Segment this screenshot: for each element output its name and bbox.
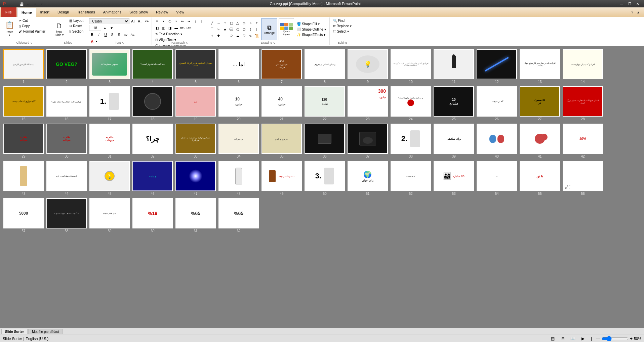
- shape-wave[interactable]: ∿: [247, 33, 253, 39]
- italic-button[interactable]: I: [96, 32, 102, 38]
- slide-thumb[interactable]: برای سلامتی39: [434, 124, 474, 158]
- slide-thumb[interactable]: 💡9: [348, 49, 388, 84]
- slide-thumb[interactable]: اما ...6: [218, 49, 259, 84]
- slide-thumb[interactable]: ظلم بهحیوانات31: [89, 124, 130, 158]
- align-left-button[interactable]: ◧: [154, 25, 160, 31]
- tab-slideshow[interactable]: Slide Show: [125, 7, 152, 17]
- bullets-button[interactable]: ≡: [154, 18, 160, 24]
- slide-thumb[interactable]: 💡45: [89, 161, 130, 196]
- shape-fill-button[interactable]: 🪣 Shape Fill ▾: [295, 22, 327, 27]
- slide-thumb[interactable]: خون19: [175, 86, 216, 121]
- tab-animations[interactable]: Animations: [99, 7, 125, 17]
- slide-thumb[interactable]: = 1→ 1456: [563, 161, 603, 196]
- cut-button[interactable]: ✂ Cut: [17, 18, 47, 23]
- format-painter-button[interactable]: 🖌 Format Painter: [17, 29, 47, 34]
- slide-thumb[interactable]: ظلم بهحیوانات29: [3, 124, 44, 158]
- slide-thumb[interactable]: و نهایت46: [132, 161, 173, 196]
- shape-cloud[interactable]: ☁: [235, 33, 241, 39]
- shape-plus[interactable]: +: [209, 33, 215, 39]
- close-button[interactable]: ✕: [634, 1, 641, 6]
- slide-thumb[interactable]: 47: [175, 161, 216, 196]
- slide-thumb[interactable]: 12: [477, 49, 517, 84]
- justify-button[interactable]: ▬: [173, 25, 179, 31]
- arrange-button[interactable]: ⧉ Arrange: [261, 18, 277, 40]
- slide-thumb[interactable]: در حبوبات34: [218, 124, 259, 158]
- shape-bracket[interactable]: [: [254, 26, 260, 32]
- tab-view[interactable]: View: [172, 7, 188, 17]
- slide-thumb[interactable]: 43: [3, 161, 44, 196]
- shape-rect[interactable]: □: [222, 20, 228, 26]
- numbering-dropdown[interactable]: ▾: [173, 18, 179, 24]
- ribbon-help-button[interactable]: ?: [629, 9, 635, 15]
- slide-thumb[interactable]: تهه گرشت مصرفی مورد تک خانواده58: [46, 198, 87, 233]
- restore-button[interactable]: ❐: [626, 1, 633, 6]
- slide-thumb[interactable]: 300میلیون23: [348, 86, 388, 121]
- tab-insert[interactable]: Insert: [36, 7, 54, 17]
- increase-font-button2[interactable]: ▲: [102, 25, 108, 31]
- slide-thumb[interactable]: کشتار حیوانات یک تجارت بسیار بزرگ است.28: [563, 86, 603, 121]
- slide-thumb[interactable]: آیا می دانید...52: [391, 161, 431, 196]
- slide-thumb[interactable]: چه کسی گیاهخوار است؟4: [132, 49, 173, 84]
- slide-thumb[interactable]: افرادی که بسیار جوان هستند14: [563, 49, 603, 84]
- tab-modele[interactable]: Modèle par défaut: [28, 329, 63, 334]
- slide-thumb[interactable]: چرا شما این انتخاب را انجام دهید؟16: [46, 86, 87, 121]
- layout-button[interactable]: ▤ Layout: [68, 18, 85, 23]
- slide-thumb[interactable]: 37: [348, 124, 388, 158]
- numbering-button[interactable]: ①: [167, 18, 173, 24]
- slide-thumb[interactable]: بسم الله الرحمن الرحیم1: [3, 49, 44, 84]
- slide-thumb[interactable]: 🌍برای جهان51: [348, 161, 388, 196]
- quick-styles-button[interactable]: Quick Styles: [279, 18, 294, 40]
- slide-thumb[interactable]: چرا؟32: [132, 124, 173, 158]
- slide-thumb[interactable]: 36: [305, 124, 345, 158]
- slide-thumb[interactable]: 11: [434, 49, 474, 84]
- slide-thumb[interactable]: 6 تن55: [520, 161, 560, 196]
- slide-thumb[interactable]: 10میلیون20: [218, 86, 259, 121]
- shadow-button[interactable]: S: [116, 32, 122, 38]
- rtl-button[interactable]: RTL: [179, 25, 186, 31]
- increase-font-button[interactable]: A↑: [130, 18, 136, 24]
- bold-button[interactable]: B: [89, 32, 95, 38]
- zoom-in-button[interactable]: +: [630, 336, 633, 341]
- line-spacing-button[interactable]: ↕: [192, 18, 198, 24]
- slide-thumb[interactable]: 48: [218, 161, 259, 196]
- paste-button[interactable]: 📋 Paste ▾: [2, 18, 17, 39]
- slide-thumb[interactable]: 40میلیون21: [261, 86, 302, 121]
- slide-thumb[interactable]: 41: [520, 124, 560, 158]
- ribbon-minimize-button[interactable]: ▲: [635, 9, 641, 15]
- columns-button[interactable]: ⋮: [199, 18, 205, 24]
- slide-thumb[interactable]: بیش از 5 میلیون نفر در آمریکا گیاهخوار ه…: [175, 49, 216, 84]
- shape-diamond[interactable]: ◇: [241, 20, 247, 26]
- normal-view-button[interactable]: ▤: [549, 336, 557, 341]
- decrease-font-button[interactable]: A↓: [137, 18, 143, 24]
- font-size-input[interactable]: [89, 25, 101, 31]
- align-right-button[interactable]: ◨: [167, 25, 173, 31]
- redo-button[interactable]: ↪: [32, 1, 38, 7]
- slide-thumb[interactable]: 120میلیون22: [305, 86, 345, 121]
- zoom-out-button[interactable]: —: [596, 336, 600, 341]
- clear-format-button[interactable]: ✕A: [144, 18, 150, 24]
- shape-brace[interactable]: {: [247, 26, 253, 32]
- zoom-slider[interactable]: [602, 337, 629, 340]
- slide-thumb[interactable]: 400میلیون نفردر هند7: [261, 49, 302, 84]
- slide-thumb[interactable]: ...54: [477, 161, 517, 196]
- slide-thumb[interactable]: 3.50: [305, 161, 345, 196]
- slide-thumb[interactable]: افرادی که از جایزه اسکار را کسب کردند - …: [391, 49, 431, 84]
- slide-thumb[interactable]: %6562: [218, 198, 259, 233]
- slide-thumb[interactable]: %6561: [175, 198, 216, 233]
- ltr-button[interactable]: LTR: [186, 25, 192, 31]
- save-button[interactable]: 💾: [18, 1, 25, 7]
- shape-pentagon[interactable]: ⬠: [235, 26, 241, 32]
- slide-thumb[interactable]: و در این میلیارد رکورد است؟24: [391, 86, 431, 121]
- text-direction-button[interactable]: ⇅ Text Direction ▾: [154, 32, 184, 37]
- decrease-font-button2[interactable]: ▼: [109, 25, 115, 31]
- tab-transitions[interactable]: Transitions: [73, 7, 99, 17]
- slide-thumb[interactable]: در برنج و گندم35: [261, 124, 302, 158]
- slide-thumb[interactable]: 👨‍👩‍👧1/3 میلیارد53: [434, 161, 474, 196]
- reading-view-button[interactable]: 📖: [569, 336, 577, 341]
- select-button[interactable]: ⬚ Select ▾: [332, 29, 353, 34]
- shape-effects-button[interactable]: ✨ Shape Effects ▾: [295, 32, 327, 37]
- slide-thumb[interactable]: 1.17: [89, 86, 130, 121]
- slide-thumb[interactable]: شما می توانید پروتئین را به خاطر پروتئین…: [175, 124, 216, 158]
- reset-button[interactable]: ↺ Reset: [68, 24, 85, 29]
- tab-home[interactable]: Home: [17, 8, 36, 17]
